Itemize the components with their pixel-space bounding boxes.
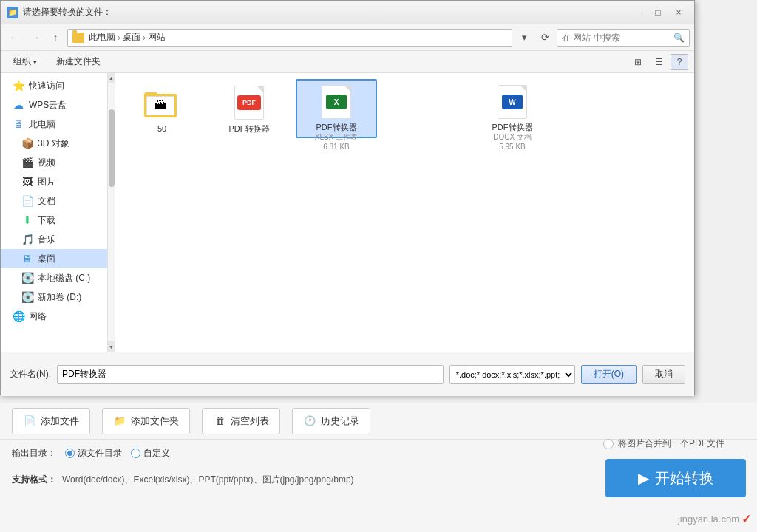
custom-label: 自定义 xyxy=(143,447,170,460)
watermark-text: jingyan.la.com xyxy=(678,514,739,525)
sidebar-item-disk-d[interactable]: 💽 新加卷 (D:) xyxy=(1,287,115,307)
sidebar-item-quick-access[interactable]: ⭐ 快速访问 xyxy=(1,76,115,95)
maximize-button[interactable]: □ xyxy=(648,5,668,20)
filetype-select[interactable]: *.doc;*.docx;*.xls;*.xlsx;*.ppt; xyxy=(449,365,575,384)
clear-list-icon: 🗑 xyxy=(213,415,226,428)
sidebar-item-video[interactable]: 🎬 视频 xyxy=(1,153,115,172)
desktop-icon: 🖥 xyxy=(21,253,33,265)
dialog-actions: 打开(O) 取消 xyxy=(581,365,685,384)
file-item-folder-50[interactable]: 🏔 50 xyxy=(121,79,203,138)
file-name-pdf: PDF转换器 xyxy=(229,123,270,134)
source-dir-option[interactable]: 源文件目录 xyxy=(65,447,122,460)
sidebar-item-3d[interactable]: 📦 3D 对象 xyxy=(1,134,115,153)
file-item-excel-converter[interactable]: X PDF转换器 XLSX 工作表 6.81 KB xyxy=(296,79,377,138)
excel-converter-icon: X xyxy=(319,85,354,119)
help-label: ? xyxy=(677,57,682,67)
pictures-icon: 🖼 xyxy=(21,176,33,188)
folder-50-icon: 🏔 xyxy=(144,85,180,120)
sidebar-item-wps-cloud[interactable]: ☁ WPS云盘 xyxy=(1,95,115,115)
excel-badge: X xyxy=(326,95,347,109)
refresh-button[interactable]: ⟳ xyxy=(536,29,554,47)
add-folder-button[interactable]: 📁 添加文件夹 xyxy=(102,408,190,434)
merge-radio[interactable] xyxy=(603,439,614,449)
custom-radio[interactable] xyxy=(131,449,140,458)
filename-input[interactable] xyxy=(57,365,444,384)
sidebar-item-downloads[interactable]: ⬇ 下载 xyxy=(1,211,115,230)
sidebar-label-quick-access: 快速访问 xyxy=(29,80,64,92)
start-convert-button[interactable]: ▶ 开始转换 xyxy=(605,459,746,497)
file-subtext-excel-type: XLSX 工作表 xyxy=(315,132,358,143)
source-dir-radio[interactable] xyxy=(65,449,75,458)
history-button[interactable]: 🕐 历史记录 xyxy=(292,408,370,434)
support-text: Word(doc/docx)、Excel(xls/xlsx)、PPT(ppt/p… xyxy=(62,474,354,486)
sidebar-scrollbar[interactable]: ▲ ▼ xyxy=(107,73,115,352)
path-sep-2: › xyxy=(143,33,146,43)
file-subtext-word-type: DOCX 文档 xyxy=(493,132,532,143)
pdf-badge: PDF xyxy=(237,95,261,110)
path-part-desktop: 桌面 xyxy=(123,31,140,44)
title-bar-controls: — □ × xyxy=(628,5,688,20)
search-input[interactable] xyxy=(562,33,673,43)
scroll-track xyxy=(108,83,115,341)
file-name-50: 50 xyxy=(157,123,166,134)
new-folder-button[interactable]: 新建文件夹 xyxy=(50,54,107,70)
watermark: jingyan.la.com ✓ xyxy=(678,512,751,526)
help-button[interactable]: ? xyxy=(671,54,688,70)
back-button[interactable]: ← xyxy=(5,29,23,47)
open-button[interactable]: 打开(O) xyxy=(581,365,637,384)
support-label: 支持格式： xyxy=(12,474,56,486)
sidebar-item-disk-c[interactable]: 💽 本地磁盘 (C:) xyxy=(1,268,115,287)
view-list-button[interactable]: ☰ xyxy=(650,54,668,70)
sidebar-label-downloads: 下载 xyxy=(38,214,55,227)
title-bar: 📁 请选择要转换的文件： — □ × xyxy=(1,1,694,24)
path-part-website: 网站 xyxy=(148,31,166,44)
up-button[interactable]: ↑ xyxy=(47,29,64,47)
video-icon: 🎬 xyxy=(21,157,33,168)
merge-option-label: 将图片合并到一个PDF文件 xyxy=(618,437,724,450)
3d-icon: 📦 xyxy=(21,137,33,149)
sidebar-label-video: 视频 xyxy=(38,157,55,169)
scroll-up-arrow[interactable]: ▲ xyxy=(108,73,115,83)
disk-c-icon: 💽 xyxy=(21,272,33,284)
file-subtext-word-size: 5.95 KB xyxy=(499,143,526,151)
network-icon: 🌐 xyxy=(13,310,24,322)
add-file-label: 添加文件 xyxy=(41,415,79,428)
search-box: 🔍 xyxy=(557,29,690,47)
close-button[interactable]: × xyxy=(669,5,688,20)
watermark-check: ✓ xyxy=(741,512,751,526)
sidebar-label-documents: 文档 xyxy=(38,195,55,208)
cancel-button[interactable]: 取消 xyxy=(642,365,685,384)
sidebar-item-desktop[interactable]: 🖥 桌面 xyxy=(1,249,115,268)
minimize-button[interactable]: — xyxy=(628,5,647,20)
view-grid-button[interactable]: ⊞ xyxy=(629,54,647,70)
toolbar-right: ⊞ ☰ ? xyxy=(629,54,688,70)
organize-button[interactable]: 组织 ▾ xyxy=(7,54,44,70)
word-badge: W xyxy=(502,95,523,109)
merge-option[interactable]: 将图片合并到一个PDF文件 xyxy=(603,437,724,450)
sidebar-item-documents[interactable]: 📄 文档 xyxy=(1,191,115,211)
forward-button[interactable]: → xyxy=(26,29,44,47)
source-dir-label: 源文件目录 xyxy=(78,447,122,460)
sidebar-item-network[interactable]: 🌐 网络 xyxy=(1,307,115,326)
scroll-down-arrow[interactable]: ▼ xyxy=(108,341,115,352)
sidebar-item-pictures[interactable]: 🖼 图片 xyxy=(1,172,115,191)
sidebar-label-this-pc: 此电脑 xyxy=(29,118,55,131)
file-item-word-converter[interactable]: W PDF转换器 DOCX 文档 5.95 KB xyxy=(472,79,553,138)
add-folder-label: 添加文件夹 xyxy=(131,415,179,428)
file-item-pdf-converter[interactable]: PDF PDF转换器 xyxy=(208,79,290,138)
dialog-title: 请选择要转换的文件： xyxy=(23,6,628,18)
sidebar-item-music[interactable]: 🎵 音乐 xyxy=(1,230,115,249)
radio-group: 源文件目录 自定义 xyxy=(65,447,170,460)
sidebar-item-this-pc[interactable]: 🖥 此电脑 xyxy=(1,115,115,134)
add-file-button[interactable]: 📄 添加文件 xyxy=(12,408,90,434)
word-converter-icon: W xyxy=(495,85,530,119)
organize-arrow: ▾ xyxy=(33,58,37,66)
path-part-pc: 此电脑 xyxy=(89,31,115,44)
dropdown-button[interactable]: ▾ xyxy=(515,29,533,47)
path-folder-icon xyxy=(72,33,84,43)
address-bar: ← → ↑ 此电脑 › 桌面 › 网站 ▾ ⟳ 🔍 xyxy=(1,24,694,51)
address-path[interactable]: 此电脑 › 桌面 › 网站 xyxy=(67,29,512,47)
clear-list-button[interactable]: 🗑 清空列表 xyxy=(202,408,280,434)
history-icon: 🕐 xyxy=(303,415,316,428)
custom-option[interactable]: 自定义 xyxy=(131,447,170,460)
